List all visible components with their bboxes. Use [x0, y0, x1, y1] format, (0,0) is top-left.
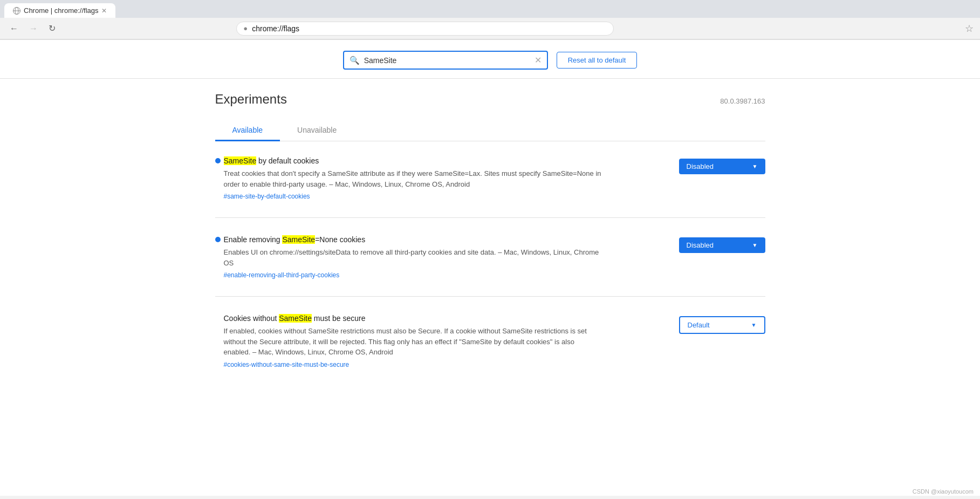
tabs-bar: Available Unavailable: [215, 120, 765, 141]
dropdown-arrow-1: ▼: [752, 163, 758, 169]
highlight-3: SameSite: [279, 314, 312, 323]
separator-2: [215, 296, 765, 297]
experiment-desc-2: Enables UI on chrome://settings/siteData…: [224, 247, 601, 268]
nav-bar: ← → ↻ ● chrome://flags ☆: [0, 18, 980, 39]
experiment-dropdown-2[interactable]: Disabled ▼: [679, 237, 765, 253]
separator-1: [215, 217, 765, 218]
watermark: CSDN @xiaoyutoucom: [913, 488, 974, 495]
experiment-link-2[interactable]: #enable-removing-all-third-party-cookies: [224, 271, 340, 279]
experiment-title-row: SameSite by default cookies: [215, 156, 670, 165]
reset-all-button[interactable]: Reset all to default: [557, 52, 638, 69]
active-indicator-dot: [215, 158, 221, 163]
search-icon: 🔍: [349, 56, 360, 65]
dropdown-arrow-3: ▼: [751, 322, 757, 328]
experiment-control-3: Default ▼: [679, 316, 765, 334]
experiment-list: SameSite by default cookies Treat cookie…: [215, 156, 765, 368]
dropdown-arrow-2: ▼: [752, 242, 758, 248]
version-text: 80.0.3987.163: [720, 97, 765, 105]
experiment-link-1[interactable]: #same-site-by-default-cookies: [224, 193, 310, 200]
tab-available[interactable]: Available: [215, 120, 280, 141]
experiment-title-row-3: Cookies without SameSite must be secure: [215, 314, 670, 323]
dropdown-label-2: Disabled: [687, 241, 714, 249]
experiments-header: Experiments 80.0.3987.163: [215, 92, 765, 107]
page-title: Experiments: [215, 92, 287, 107]
experiment-control-2: Disabled ▼: [679, 237, 765, 253]
tab-title: Chrome | chrome://flags: [24, 6, 98, 15]
address-bar[interactable]: ● chrome://flags: [236, 22, 614, 36]
reload-button[interactable]: ↻: [45, 21, 59, 36]
experiment-body: SameSite by default cookies Treat cookie…: [215, 156, 670, 200]
lock-icon: ●: [243, 24, 248, 32]
browser-tab[interactable]: Chrome | chrome://flags ✕: [4, 3, 115, 18]
experiment-dropdown-1[interactable]: Disabled ▼: [679, 159, 765, 174]
tab-favicon: [13, 7, 20, 15]
experiment-desc-1: Treat cookies that don't specify a SameS…: [224, 168, 601, 189]
tab-bar: Chrome | chrome://flags ✕: [0, 0, 980, 18]
dropdown-label-1: Disabled: [687, 162, 714, 170]
highlight-1: SameSite: [224, 156, 257, 165]
page-content: 🔍 ✕ Reset all to default Experiments 80.…: [0, 40, 980, 496]
search-input[interactable]: [364, 56, 530, 65]
search-area: 🔍 ✕ Reset all to default: [0, 40, 980, 79]
active-indicator-dot-2: [215, 237, 221, 242]
experiment-title-3: Cookies without SameSite must be secure: [224, 314, 366, 323]
experiment-item-cookies-secure: Cookies without SameSite must be secure …: [215, 314, 765, 368]
experiment-dropdown-3[interactable]: Default ▼: [679, 316, 765, 334]
browser-chrome: Chrome | chrome://flags ✕ ← → ↻ ● chrome…: [0, 0, 980, 40]
dropdown-label-3: Default: [688, 321, 710, 329]
experiment-item-samesite-default: SameSite by default cookies Treat cookie…: [215, 156, 765, 200]
forward-button[interactable]: →: [26, 22, 41, 36]
experiment-body-3: Cookies without SameSite must be secure …: [215, 314, 670, 368]
tab-unavailable[interactable]: Unavailable: [280, 120, 354, 141]
search-box: 🔍 ✕: [343, 51, 548, 70]
search-clear-icon[interactable]: ✕: [534, 55, 542, 65]
back-button[interactable]: ←: [6, 22, 22, 36]
address-text: chrome://flags: [252, 24, 607, 33]
highlight-2: SameSite: [282, 235, 315, 244]
tab-close-btn[interactable]: ✕: [101, 7, 107, 15]
experiment-item-enable-removing: Enable removing SameSite=None cookies En…: [215, 235, 765, 279]
main-content: Experiments 80.0.3987.163 Available Unav…: [194, 79, 787, 381]
bookmark-button[interactable]: ☆: [965, 23, 974, 35]
experiment-body-2: Enable removing SameSite=None cookies En…: [215, 235, 670, 279]
experiment-title-row-2: Enable removing SameSite=None cookies: [215, 235, 670, 244]
experiment-desc-3: If enabled, cookies without SameSite res…: [224, 326, 601, 358]
experiment-control-1: Disabled ▼: [679, 159, 765, 174]
experiment-title-1: SameSite by default cookies: [224, 156, 319, 165]
experiment-link-3[interactable]: #cookies-without-same-site-must-be-secur…: [224, 361, 349, 368]
experiment-title-2: Enable removing SameSite=None cookies: [224, 235, 366, 244]
